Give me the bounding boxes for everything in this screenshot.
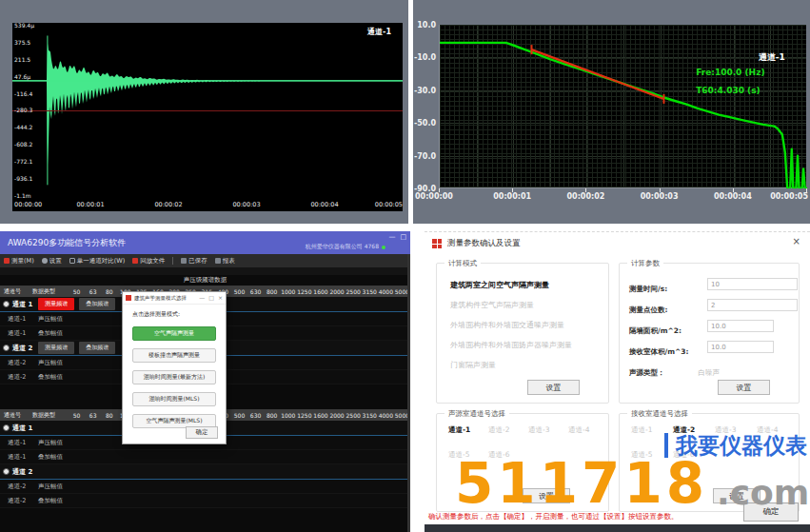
param-field-label: 测量时间/s: — [629, 285, 667, 293]
data-row[interactable]: 通道-2声压幅值 — [0, 480, 410, 494]
freq-header: 1600 — [312, 412, 328, 419]
channel-option[interactable]: 通道-4 — [564, 425, 604, 435]
channel-option[interactable]: 通道-2 — [669, 425, 711, 435]
param-input[interactable] — [707, 299, 798, 311]
row-type: 声压幅值 — [38, 439, 63, 447]
x-tick-label: 00:00:05 — [375, 201, 403, 208]
calc-mode-option[interactable]: 外墙面构件和外墙面交通噪声测量 — [450, 315, 608, 335]
mode-dialog-titlebar[interactable]: 建筑声学测量模式选择 — □ × — [123, 292, 226, 305]
row-channel: 通道-1 — [8, 453, 38, 462]
param-field: 接收室体积/m^3: — [629, 340, 799, 361]
x-tick-label: 00:00:03 — [641, 192, 679, 201]
maximize-icon[interactable]: □ — [208, 294, 214, 302]
screenshot-stage: 539.4µ375.5211.547.6µ-116.4-280.3-444.2-… — [0, 0, 810, 532]
freq-header: 630 — [247, 412, 264, 419]
toolbar-item[interactable]: 已保存 — [181, 257, 207, 266]
channel-group-row[interactable]: 通道 2 — [0, 464, 410, 480]
channel-option[interactable]: 通道-1 — [445, 425, 484, 435]
decay-plot-area — [439, 25, 806, 188]
mode-settings-button[interactable]: 设置 — [527, 380, 580, 395]
freq-header: 80 — [101, 288, 117, 295]
source-settings-button[interactable]: 设置 — [523, 488, 570, 503]
toolbar-item-label: 已保存 — [188, 257, 207, 266]
calc-mode-option[interactable]: 外墙面构件和外墙面扬声器噪声测量 — [450, 335, 608, 355]
channel-option[interactable]: 通道-3 — [524, 425, 564, 435]
source-type-value: 白噪声 — [699, 368, 721, 377]
param-input[interactable] — [707, 320, 774, 332]
spectrum-badge[interactable]: 叠加频谱 — [79, 298, 115, 310]
col-channel-header: 通道号 — [4, 411, 32, 420]
toolbar-item[interactable]: 回放文件 — [132, 257, 165, 266]
red-icon — [4, 258, 10, 264]
freq-header: 1000 — [280, 412, 296, 419]
toolbar-item[interactable]: 报表 — [215, 257, 235, 266]
freq-header: 50 — [69, 288, 85, 295]
channel-dot-icon — [3, 424, 10, 431]
calc-mode-option[interactable]: 建筑两室之间空气声隔声测量 — [450, 275, 608, 295]
calc-mode-option[interactable]: 门窗隔声测量 — [450, 355, 608, 375]
y-tick-label: -70.0 — [413, 152, 436, 161]
channel-option[interactable]: 通道-2 — [484, 425, 524, 435]
toolbar-item[interactable]: 单一通道对比(W) — [69, 257, 126, 266]
source-type-label: 声源类型： — [629, 368, 665, 377]
titlebar[interactable]: AWA6290多功能信号分析软件 杭州爱华仪器有限公司 4768 — □ — [0, 231, 410, 254]
close-icon[interactable]: × — [218, 294, 223, 302]
freq-header: 4000 — [378, 288, 394, 295]
freq-header: 80 — [101, 412, 117, 419]
channel-option[interactable]: 通道-6 — [484, 450, 524, 460]
params-ok-button[interactable]: 确定 — [743, 502, 799, 522]
spectrum-badge[interactable]: 测量频谱 — [38, 298, 74, 310]
y-tick-label: -280.3 — [14, 108, 43, 113]
row-channel: 通道-2 — [8, 359, 38, 367]
decay-frequency-label: Fre:100.0 (Hz) — [696, 68, 764, 77]
mode-ok-button[interactable]: 确定 — [186, 426, 218, 439]
section-title: 声压级频谱数据 — [0, 275, 410, 286]
gear-icon — [42, 258, 48, 264]
channel-option[interactable]: 通道-5 — [445, 450, 484, 460]
minimize-icon[interactable]: — — [199, 294, 205, 302]
channel-option[interactable]: 通道-1 — [627, 425, 669, 435]
doc-icon — [181, 258, 187, 264]
spectrum-badge[interactable]: 叠加频谱 — [79, 342, 115, 354]
mode-buttons: 空气声隔声测量楼板撞击声隔声测量混响时间测量(最新方法)混响时间测量(MLS)空… — [123, 326, 226, 428]
param-input[interactable] — [707, 341, 774, 353]
params-dialog-title: 测量参数确认及设置 — [447, 238, 521, 249]
param-settings-button[interactable]: 设置 — [718, 380, 770, 395]
param-input[interactable] — [707, 278, 798, 290]
data-row[interactable]: 通道-2叠加幅值 — [0, 494, 410, 508]
toolbar-item[interactable]: 设置 — [42, 257, 62, 266]
horizontal-gutter — [0, 224, 810, 231]
mode-button[interactable]: 混响时间测量(最新方法) — [132, 370, 216, 384]
receive-room-channel-group: 接收室通道号选择 通道-1通道-2通道-3通道-4通道-5通道-6 设置 — [619, 413, 800, 512]
app-title: AWA6290多功能信号分析软件 — [8, 237, 126, 249]
maximize-icon[interactable]: □ — [400, 233, 406, 242]
channel-option[interactable]: 通道-3 — [711, 425, 753, 435]
toolbar-item-label: 报表 — [223, 257, 235, 266]
x-tick-label: 00:00:01 — [76, 201, 104, 208]
data-row[interactable]: 通道-1叠加幅值 — [0, 450, 410, 464]
freq-header: 50 — [69, 412, 85, 419]
waveform-chart-panel: 539.4µ375.5211.547.6µ-116.4-280.3-444.2-… — [0, 0, 408, 224]
toolbar-item[interactable]: 测量(M) — [4, 257, 34, 266]
channel-option[interactable]: 通道-5 — [627, 450, 669, 460]
channel-option[interactable]: 通道-6 — [669, 450, 711, 460]
calc-mode-option[interactable]: 建筑构件空气声隔声测量 — [450, 295, 608, 315]
scrollbar[interactable] — [407, 254, 410, 532]
vertical-gutter-top — [408, 0, 413, 224]
row-channel: 通道-2 — [8, 373, 38, 382]
minimize-icon[interactable]: — — [388, 233, 395, 242]
params-dialog-titlebar[interactable]: 测量参数确认及设置 × — [425, 232, 810, 255]
spectrum-badge[interactable]: 测量频谱 — [38, 342, 74, 354]
mode-button[interactable]: 混响时间测量(MLS) — [132, 392, 216, 406]
freq-header: 3150 — [362, 412, 378, 419]
receive-settings-button[interactable]: 设置 — [713, 488, 761, 503]
mode-button[interactable]: 空气声隔声测量 — [132, 326, 216, 341]
row-channel: 通道-1 — [8, 329, 38, 338]
x-tick-label: 00:00:04 — [310, 201, 338, 208]
mode-button[interactable]: 楼板撞击声隔声测量 — [132, 348, 216, 363]
y-tick-label: 47.6µ — [14, 74, 43, 80]
x-axis-tick — [733, 188, 734, 192]
toolbar-item-label: 单一通道对比(W) — [77, 257, 126, 266]
channel-option[interactable]: 通道-4 — [753, 425, 795, 435]
close-icon[interactable]: × — [793, 236, 800, 246]
